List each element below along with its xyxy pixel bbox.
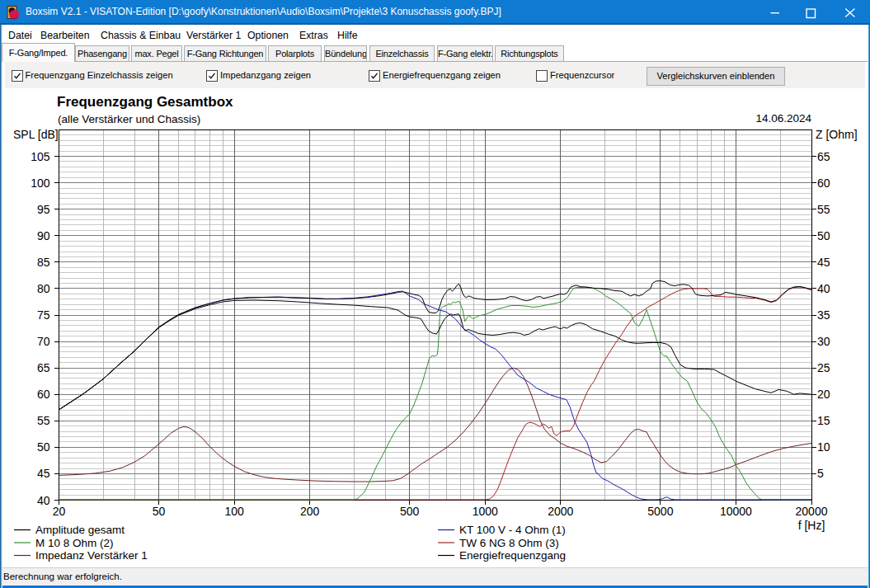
svg-text:5000: 5000 <box>647 505 673 518</box>
svg-text:45: 45 <box>37 467 50 480</box>
svg-text:85: 85 <box>37 256 50 269</box>
svg-text:f [Hz]: f [Hz] <box>798 519 825 532</box>
svg-text:SPL [dB]: SPL [dB] <box>13 128 59 141</box>
svg-text:KT 100 V - 4 Ohm (1): KT 100 V - 4 Ohm (1) <box>459 524 566 536</box>
svg-text:Z [Ohm]: Z [Ohm] <box>816 128 858 141</box>
svg-text:Amplitude gesamt: Amplitude gesamt <box>35 524 125 536</box>
svg-text:200: 200 <box>300 505 320 518</box>
svg-text:20: 20 <box>817 388 830 401</box>
svg-text:55: 55 <box>37 414 50 427</box>
svg-text:1000: 1000 <box>473 505 498 518</box>
svg-text:70: 70 <box>37 335 50 348</box>
svg-text:25: 25 <box>817 361 830 374</box>
svg-text:5: 5 <box>817 467 824 480</box>
svg-text:50: 50 <box>37 440 50 454</box>
svg-text:60: 60 <box>817 176 830 190</box>
svg-text:15: 15 <box>817 414 830 427</box>
svg-text:2000: 2000 <box>548 505 573 518</box>
svg-text:45: 45 <box>817 256 830 269</box>
svg-text:80: 80 <box>37 282 50 295</box>
svg-text:90: 90 <box>37 229 50 242</box>
svg-text:40: 40 <box>37 494 50 507</box>
svg-text:30: 30 <box>817 335 830 348</box>
svg-text:40: 40 <box>817 282 830 295</box>
svg-text:10000: 10000 <box>720 505 752 518</box>
svg-text:500: 500 <box>400 505 420 518</box>
svg-text:100: 100 <box>31 176 50 190</box>
svg-text:TW 6 NG 8 Ohm (3): TW 6 NG 8 Ohm (3) <box>459 537 559 549</box>
svg-text:100: 100 <box>224 505 244 518</box>
svg-text:55: 55 <box>817 203 830 216</box>
svg-text:Impedanz Verstärker 1: Impedanz Verstärker 1 <box>35 549 148 562</box>
svg-text:20000: 20000 <box>796 505 828 518</box>
svg-text:95: 95 <box>37 203 50 216</box>
svg-text:50: 50 <box>817 229 830 242</box>
svg-text:M 10 8 Ohm (2): M 10 8 Ohm (2) <box>35 537 114 549</box>
svg-text:65: 65 <box>37 361 50 374</box>
svg-text:60: 60 <box>37 388 50 401</box>
svg-text:65: 65 <box>817 150 830 163</box>
svg-text:10: 10 <box>817 440 830 454</box>
svg-text:20: 20 <box>53 505 66 518</box>
svg-text:75: 75 <box>37 308 50 322</box>
svg-text:50: 50 <box>153 505 166 518</box>
svg-text:35: 35 <box>817 308 830 322</box>
svg-text:Energiefrequenzgang: Energiefrequenzgang <box>459 549 566 562</box>
svg-text:105: 105 <box>31 150 50 163</box>
